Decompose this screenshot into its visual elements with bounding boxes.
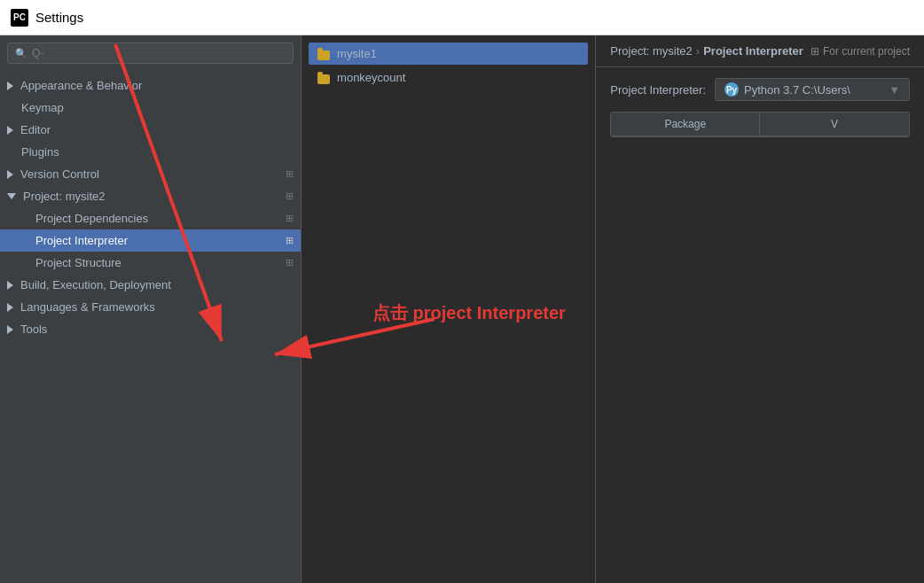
expand-icon [7,170,13,179]
packages-table: Package V [610,112,910,137]
sidebar-item-label: Keymap [21,101,294,114]
interpreter-dropdown[interactable]: Py Python 3.7 C:\Users\ ▼ [715,78,910,101]
breadcrumb-project: Project: mysite2 [610,44,692,58]
collapse-icon [7,193,16,199]
breadcrumb-current: Project Interpreter [703,44,803,58]
expand-icon [7,325,13,334]
search-icon: 🔍 [15,48,27,59]
sidebar-item-plugins[interactable]: Plugins [0,141,301,163]
sidebar-item-project-structure[interactable]: Project Structure ⊞ [0,252,301,274]
table-header: Package V [611,113,909,136]
for-current-project: ⊞ For current project [810,45,910,58]
sidebar-item-languages[interactable]: Languages & Frameworks [0,296,301,318]
table-col-package: Package [611,113,760,136]
sidebar-item-label: Build, Execution, Deployment [20,278,294,292]
sidebar-item-tools[interactable]: Tools [0,318,301,340]
panel-header: Project: mysite2 › Project Interpreter ⊞… [596,35,924,67]
sidebar-item-version-control[interactable]: Version Control ⊞ [0,163,301,185]
sidebar-item-label: Version Control [20,167,282,181]
projects-list: mysite1 monkeycount [301,35,595,96]
settings-title: Settings [35,10,83,25]
project-item-label: mysite1 [337,47,377,60]
sidebar-item-label: Appearance & Behavior [20,79,294,92]
sidebar-item-editor[interactable]: Editor [0,119,301,141]
app-logo: PC [11,9,28,27]
breadcrumb: Project: mysite2 › Project Interpreter [610,44,805,58]
sidebar-item-label: Tools [20,323,294,336]
sidebar-item-label: Editor [20,123,294,136]
sidebar-item-project-mysite2[interactable]: Project: mysite2 ⊞ [0,185,301,207]
interpreter-value: Python 3.7 C:\Users\ [744,83,850,97]
interpreter-row: Project Interpreter: Py Python 3.7 C:\Us… [610,78,910,101]
folder-icon [317,72,332,84]
sidebar-item-label: Languages & Frameworks [20,300,294,314]
config-icon: ⊞ [286,190,294,202]
main-layout: 🔍 Appearance & Behavior Keymap Editor Pl… [0,35,924,583]
python-icon: Py [724,82,739,97]
for-current-icon: ⊞ [810,45,819,58]
search-bar[interactable]: 🔍 [7,43,294,64]
table-col-version: V [760,113,909,136]
expand-icon [7,281,13,290]
sidebar-item-label: Plugins [21,145,294,159]
folder-icon [317,48,332,60]
config-icon: ⊞ [286,235,294,246]
sidebar-item-label: Project Structure [35,256,282,269]
project-item-monkeycount[interactable]: monkeycount [309,66,588,89]
sidebar-item-keymap[interactable]: Keymap [0,97,301,119]
config-icon: ⊞ [286,257,294,268]
right-panel: Project: mysite2 › Project Interpreter ⊞… [596,35,924,583]
config-icon: ⊞ [286,213,294,224]
project-item-label: monkeycount [337,71,405,84]
sidebar-item-label: Project Dependencies [35,212,282,225]
title-bar: PC Settings [0,0,924,35]
sidebar: 🔍 Appearance & Behavior Keymap Editor Pl… [0,35,301,583]
expand-icon [7,303,13,312]
sidebar-item-project-dependencies[interactable]: Project Dependencies ⊞ [0,207,301,229]
search-input[interactable] [32,47,286,59]
center-panel: mysite1 monkeycount [301,35,596,583]
config-icon: ⊞ [286,168,294,180]
expand-icon [7,82,13,90]
expand-icon [7,126,13,135]
panel-body: Project Interpreter: Py Python 3.7 C:\Us… [596,67,924,583]
project-item-mysite1[interactable]: mysite1 [309,43,588,65]
sidebar-item-appearance[interactable]: Appearance & Behavior [0,74,301,97]
breadcrumb-separator: › [696,44,700,58]
sidebar-item-label: Project: mysite2 [23,190,282,203]
sidebar-content: Appearance & Behavior Keymap Editor Plug… [0,71,301,583]
sidebar-item-label: Project Interpreter [35,234,282,247]
sidebar-item-build[interactable]: Build, Execution, Deployment [0,274,301,296]
chevron-down-icon: ▼ [889,83,900,97]
sidebar-item-project-interpreter[interactable]: Project Interpreter ⊞ [0,229,301,252]
interpreter-label: Project Interpreter: [610,83,706,97]
